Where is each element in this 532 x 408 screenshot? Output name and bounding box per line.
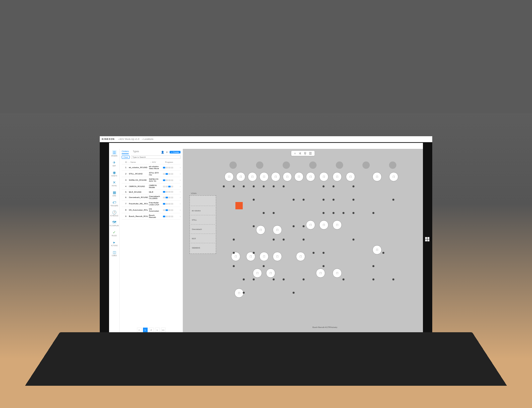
expand-icon[interactable]: ›	[180, 179, 181, 181]
expand-icon[interactable]: ›	[180, 215, 181, 218]
page-last[interactable]: >>	[161, 328, 166, 332]
map-node[interactable]	[243, 292, 245, 294]
map-node[interactable]	[283, 278, 285, 280]
page-1[interactable]: 1	[143, 328, 148, 332]
map-station[interactable]: ⬚	[332, 268, 342, 278]
map-station[interactable]: ⬚	[372, 172, 382, 181]
expand-icon[interactable]: ›	[180, 196, 181, 199]
map-node[interactable]	[233, 239, 235, 241]
map-node[interactable]	[253, 278, 255, 280]
map-node[interactable]	[303, 239, 305, 241]
map-station[interactable]: ⬚	[259, 172, 269, 181]
map-node[interactable]	[283, 185, 285, 187]
sidenav-cubes[interactable]: ◫ CUBES	[110, 250, 118, 256]
map-node[interactable]	[382, 252, 384, 254]
col-name[interactable]: Name	[130, 161, 149, 163]
map-station[interactable]: ⬚	[306, 172, 315, 181]
map-node[interactable]	[332, 185, 334, 187]
col-progress[interactable]: Progress	[165, 161, 181, 163]
sidenav-schedule[interactable]: 🕐 SCHEDULE	[110, 210, 118, 217]
table-row[interactable]: 7 Fraunhofer_IML_ROUND Fraunhofer Linde …	[122, 201, 181, 207]
table-row[interactable]: 2 STILL_ROUND STILL EXV iGo ›	[122, 171, 181, 177]
map-node[interactable]	[273, 185, 275, 187]
table-row[interactable]: 4 OMRON_ROUND OMRON Mobile ›	[122, 183, 181, 190]
table-row[interactable]: 9 Bosch_Rexroth_ROUND Bosch Rexroth ›	[122, 213, 181, 220]
sidenav-orders[interactable]: ☰ ORDERS	[110, 150, 118, 157]
map-node[interactable]	[243, 185, 245, 187]
map-station[interactable]: ⬚	[296, 252, 305, 261]
map-node[interactable]	[303, 225, 305, 227]
map-station[interactable]: ⬚	[253, 268, 262, 278]
map-node[interactable]	[372, 212, 374, 214]
page-prev[interactable]: <	[137, 328, 142, 332]
map-viewport[interactable]: ○ ⤮ ⚲ ☰ VDMA ek robotics STILL Grenzebac…	[183, 149, 423, 336]
map-station[interactable]: ⬚	[231, 252, 240, 261]
table-row[interactable]: 8 DS_Automotion_ROUND DS Automotion ›	[122, 207, 181, 213]
map-canvas[interactable]: VDMA ek robotics STILL Grenzebach MLR SI…	[186, 159, 420, 326]
page-next[interactable]: >	[155, 328, 160, 332]
map-node[interactable]	[332, 212, 334, 214]
expand-icon[interactable]: ›	[180, 203, 181, 205]
map-node[interactable]	[392, 199, 394, 201]
map-node[interactable]	[313, 252, 315, 254]
tool-chat-icon[interactable]: ☰	[309, 152, 312, 155]
map-station[interactable]: ⬚	[273, 225, 282, 235]
filter-icon[interactable]: ▼	[166, 151, 168, 154]
map-station[interactable]: ⬚	[259, 252, 269, 261]
map-node[interactable]	[352, 212, 354, 214]
map-node[interactable]	[293, 292, 295, 294]
map-node[interactable]	[283, 239, 285, 241]
sidenav-paths[interactable]: ✕ PATHS	[110, 180, 118, 187]
map-node[interactable]	[263, 185, 265, 187]
table-row[interactable]: 6 Grenzebach_ROUND Grenzebach OL1200S ›	[122, 194, 181, 201]
expand-icon[interactable]: ›	[180, 166, 181, 169]
map-station[interactable]: ⬚	[294, 172, 304, 181]
tool-shuffle-icon[interactable]: ⤮	[299, 152, 301, 155]
map-station[interactable]: ⬚	[346, 172, 355, 181]
map-node[interactable]	[332, 199, 334, 201]
map-node[interactable]	[253, 252, 255, 254]
sort-icon[interactable]: ↕	[129, 161, 130, 163]
sidenav-actions[interactable]: ▸ ACTIONS	[110, 240, 118, 247]
map-node[interactable]	[372, 278, 374, 280]
clear-button[interactable]: Clear	[122, 155, 130, 159]
map-station[interactable]: ⬚	[319, 172, 329, 181]
map-node[interactable]	[303, 278, 305, 280]
user-icon[interactable]: 👤	[161, 151, 164, 154]
map-station[interactable]: ⬚	[234, 288, 244, 298]
tool-circle-icon[interactable]: ○	[294, 152, 296, 155]
map-node[interactable]	[273, 278, 275, 280]
expand-icon[interactable]: ›	[180, 191, 181, 193]
map-node[interactable]	[233, 252, 235, 254]
map-node[interactable]	[342, 212, 344, 214]
col-agv[interactable]: AGV	[152, 161, 164, 163]
map-station[interactable]: ⬚	[266, 268, 275, 278]
sidenav-grid[interactable]: ▦ GRID	[110, 190, 118, 197]
table-row[interactable]: 1 ek_robotics_ROUND ek robotics Vario Mo…	[122, 164, 181, 171]
map-node[interactable]	[323, 185, 325, 187]
expand-icon[interactable]: ›	[180, 173, 181, 175]
table-row[interactable]: 3 SAFELOG_ROUND SAFELOG AGV X1 ›	[122, 177, 181, 183]
create-button[interactable]: + Create	[170, 151, 181, 153]
expand-icon[interactable]: ›	[180, 209, 181, 211]
map-node[interactable]	[303, 199, 305, 201]
map-station[interactable]: ⬚	[332, 220, 342, 230]
map-node[interactable]	[243, 278, 245, 280]
map-node[interactable]	[293, 225, 295, 227]
map-node[interactable]	[352, 239, 354, 241]
map-node[interactable]	[293, 199, 295, 201]
map-station[interactable]: ⬚	[316, 268, 325, 278]
map-station[interactable]: ⬚	[332, 172, 342, 181]
map-node[interactable]	[323, 199, 325, 201]
map-node[interactable]	[323, 212, 325, 214]
table-row[interactable]: 5 MLR_ROUND MLR ›	[122, 190, 181, 194]
map-station[interactable]: ⬚	[248, 172, 257, 181]
sidenav-assets[interactable]: ◉ ASSETS	[110, 170, 118, 177]
sidenav-rules[interactable]: ✓ RULES	[110, 230, 118, 237]
map-station[interactable]: ⬚	[319, 220, 329, 230]
map-station[interactable]: ⬚	[283, 172, 292, 181]
sidenav-triggers[interactable]: 🏷 TRIGGERS	[110, 200, 118, 207]
col-id[interactable]: ID	[125, 161, 127, 163]
map-node[interactable]	[273, 239, 275, 241]
map-station[interactable]: ⬚	[256, 225, 265, 235]
